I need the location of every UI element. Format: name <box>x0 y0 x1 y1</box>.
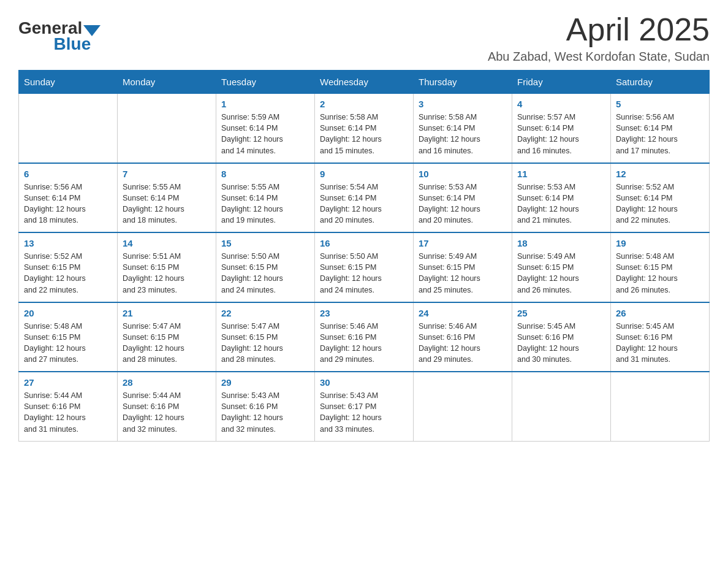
day-number: 1 <box>221 99 309 109</box>
day-info: Sunrise: 5:49 AMSunset: 6:15 PMDaylight:… <box>517 251 605 296</box>
location-title: Abu Zabad, West Kordofan State, Sudan <box>488 50 710 64</box>
day-number: 24 <box>419 308 507 318</box>
day-number: 18 <box>517 238 605 248</box>
calendar-table: SundayMondayTuesdayWednesdayThursdayFrid… <box>18 70 710 442</box>
day-info: Sunrise: 5:49 AMSunset: 6:15 PMDaylight:… <box>419 251 507 296</box>
calendar-cell: 10Sunrise: 5:53 AMSunset: 6:14 PMDayligh… <box>414 163 512 233</box>
weekday-header-monday: Monday <box>118 71 216 94</box>
day-number: 7 <box>123 169 211 179</box>
calendar-cell: 22Sunrise: 5:47 AMSunset: 6:15 PMDayligh… <box>216 302 315 372</box>
day-info: Sunrise: 5:52 AMSunset: 6:15 PMDaylight:… <box>24 251 112 296</box>
day-info: Sunrise: 5:53 AMSunset: 6:14 PMDaylight:… <box>517 182 605 226</box>
day-number: 13 <box>24 238 112 248</box>
day-info: Sunrise: 5:51 AMSunset: 6:15 PMDaylight:… <box>123 251 211 296</box>
day-number: 10 <box>419 169 507 179</box>
day-info: Sunrise: 5:53 AMSunset: 6:14 PMDaylight:… <box>419 182 507 226</box>
calendar-cell: 14Sunrise: 5:51 AMSunset: 6:15 PMDayligh… <box>118 232 216 302</box>
day-info: Sunrise: 5:58 AMSunset: 6:14 PMDaylight:… <box>419 112 507 156</box>
day-number: 6 <box>24 169 112 179</box>
day-number: 3 <box>419 99 507 109</box>
calendar-cell: 1Sunrise: 5:59 AMSunset: 6:14 PMDaylight… <box>216 94 315 163</box>
weekday-header-tuesday: Tuesday <box>216 71 315 94</box>
day-info: Sunrise: 5:45 AMSunset: 6:16 PMDaylight:… <box>517 321 605 366</box>
day-info: Sunrise: 5:57 AMSunset: 6:14 PMDaylight:… <box>517 112 605 156</box>
calendar-cell <box>19 94 118 163</box>
weekday-header-wednesday: Wednesday <box>315 71 414 94</box>
day-info: Sunrise: 5:55 AMSunset: 6:14 PMDaylight:… <box>221 182 309 226</box>
day-number: 23 <box>320 308 408 318</box>
logo-blue-text: Blue <box>54 34 91 54</box>
calendar-cell: 2Sunrise: 5:58 AMSunset: 6:14 PMDaylight… <box>315 94 414 163</box>
calendar-week-row: 6Sunrise: 5:56 AMSunset: 6:14 PMDaylight… <box>19 163 710 233</box>
day-number: 5 <box>616 99 704 109</box>
day-number: 16 <box>320 238 408 248</box>
day-info: Sunrise: 5:56 AMSunset: 6:14 PMDaylight:… <box>24 182 112 226</box>
day-info: Sunrise: 5:50 AMSunset: 6:15 PMDaylight:… <box>320 251 408 296</box>
calendar-cell: 23Sunrise: 5:46 AMSunset: 6:16 PMDayligh… <box>315 302 414 372</box>
calendar-cell <box>414 372 512 441</box>
calendar-week-row: 27Sunrise: 5:44 AMSunset: 6:16 PMDayligh… <box>19 372 710 441</box>
calendar-cell: 6Sunrise: 5:56 AMSunset: 6:14 PMDaylight… <box>19 163 118 233</box>
calendar-cell: 24Sunrise: 5:46 AMSunset: 6:16 PMDayligh… <box>414 302 512 372</box>
day-number: 4 <box>517 99 605 109</box>
day-info: Sunrise: 5:44 AMSunset: 6:16 PMDaylight:… <box>24 390 112 435</box>
calendar-cell: 15Sunrise: 5:50 AMSunset: 6:15 PMDayligh… <box>216 232 315 302</box>
weekday-header-friday: Friday <box>512 71 611 94</box>
calendar-cell: 30Sunrise: 5:43 AMSunset: 6:17 PMDayligh… <box>315 372 414 441</box>
day-info: Sunrise: 5:55 AMSunset: 6:14 PMDaylight:… <box>123 182 211 226</box>
day-info: Sunrise: 5:54 AMSunset: 6:14 PMDaylight:… <box>320 182 408 226</box>
day-info: Sunrise: 5:44 AMSunset: 6:16 PMDaylight:… <box>123 390 211 435</box>
day-number: 12 <box>616 169 704 179</box>
day-number: 28 <box>123 377 211 388</box>
day-info: Sunrise: 5:46 AMSunset: 6:16 PMDaylight:… <box>320 321 408 366</box>
calendar-cell: 25Sunrise: 5:45 AMSunset: 6:16 PMDayligh… <box>512 302 611 372</box>
day-number: 30 <box>320 377 408 388</box>
day-number: 19 <box>616 238 704 248</box>
day-number: 22 <box>221 308 309 318</box>
calendar-week-row: 20Sunrise: 5:48 AMSunset: 6:15 PMDayligh… <box>19 302 710 372</box>
day-info: Sunrise: 5:46 AMSunset: 6:16 PMDaylight:… <box>419 321 507 366</box>
weekday-header-thursday: Thursday <box>414 71 512 94</box>
calendar-cell: 7Sunrise: 5:55 AMSunset: 6:14 PMDaylight… <box>118 163 216 233</box>
logo: General Blue <box>18 18 100 54</box>
day-info: Sunrise: 5:43 AMSunset: 6:16 PMDaylight:… <box>221 390 309 435</box>
day-info: Sunrise: 5:59 AMSunset: 6:14 PMDaylight:… <box>221 112 309 156</box>
calendar-cell: 17Sunrise: 5:49 AMSunset: 6:15 PMDayligh… <box>414 232 512 302</box>
day-number: 11 <box>517 169 605 179</box>
day-info: Sunrise: 5:47 AMSunset: 6:15 PMDaylight:… <box>221 321 309 366</box>
day-number: 26 <box>616 308 704 318</box>
calendar-cell: 8Sunrise: 5:55 AMSunset: 6:14 PMDaylight… <box>216 163 315 233</box>
day-number: 29 <box>221 377 309 388</box>
day-info: Sunrise: 5:58 AMSunset: 6:14 PMDaylight:… <box>320 112 408 156</box>
calendar-cell <box>611 372 710 441</box>
calendar-week-row: 13Sunrise: 5:52 AMSunset: 6:15 PMDayligh… <box>19 232 710 302</box>
day-number: 15 <box>221 238 309 248</box>
day-number: 8 <box>221 169 309 179</box>
day-info: Sunrise: 5:47 AMSunset: 6:15 PMDaylight:… <box>123 321 211 366</box>
calendar-cell: 16Sunrise: 5:50 AMSunset: 6:15 PMDayligh… <box>315 232 414 302</box>
calendar-cell: 27Sunrise: 5:44 AMSunset: 6:16 PMDayligh… <box>19 372 118 441</box>
day-number: 21 <box>123 308 211 318</box>
calendar-cell: 5Sunrise: 5:56 AMSunset: 6:14 PMDaylight… <box>611 94 710 163</box>
calendar-week-row: 1Sunrise: 5:59 AMSunset: 6:14 PMDaylight… <box>19 94 710 163</box>
calendar-cell: 29Sunrise: 5:43 AMSunset: 6:16 PMDayligh… <box>216 372 315 441</box>
day-info: Sunrise: 5:56 AMSunset: 6:14 PMDaylight:… <box>616 112 704 156</box>
calendar-cell: 18Sunrise: 5:49 AMSunset: 6:15 PMDayligh… <box>512 232 611 302</box>
day-info: Sunrise: 5:48 AMSunset: 6:15 PMDaylight:… <box>24 321 112 366</box>
day-number: 27 <box>24 377 112 388</box>
day-info: Sunrise: 5:50 AMSunset: 6:15 PMDaylight:… <box>221 251 309 296</box>
calendar-cell: 13Sunrise: 5:52 AMSunset: 6:15 PMDayligh… <box>19 232 118 302</box>
day-info: Sunrise: 5:43 AMSunset: 6:17 PMDaylight:… <box>320 390 408 435</box>
weekday-header-saturday: Saturday <box>611 71 710 94</box>
day-number: 2 <box>320 99 408 109</box>
calendar-cell: 9Sunrise: 5:54 AMSunset: 6:14 PMDaylight… <box>315 163 414 233</box>
header: General Blue April 2025 Abu Zabad, West … <box>18 12 710 64</box>
calendar-cell: 12Sunrise: 5:52 AMSunset: 6:14 PMDayligh… <box>611 163 710 233</box>
day-number: 20 <box>24 308 112 318</box>
day-number: 9 <box>320 169 408 179</box>
weekday-header-sunday: Sunday <box>19 71 118 94</box>
day-info: Sunrise: 5:45 AMSunset: 6:16 PMDaylight:… <box>616 321 704 366</box>
calendar-cell: 4Sunrise: 5:57 AMSunset: 6:14 PMDaylight… <box>512 94 611 163</box>
day-number: 25 <box>517 308 605 318</box>
calendar-cell <box>118 94 216 163</box>
